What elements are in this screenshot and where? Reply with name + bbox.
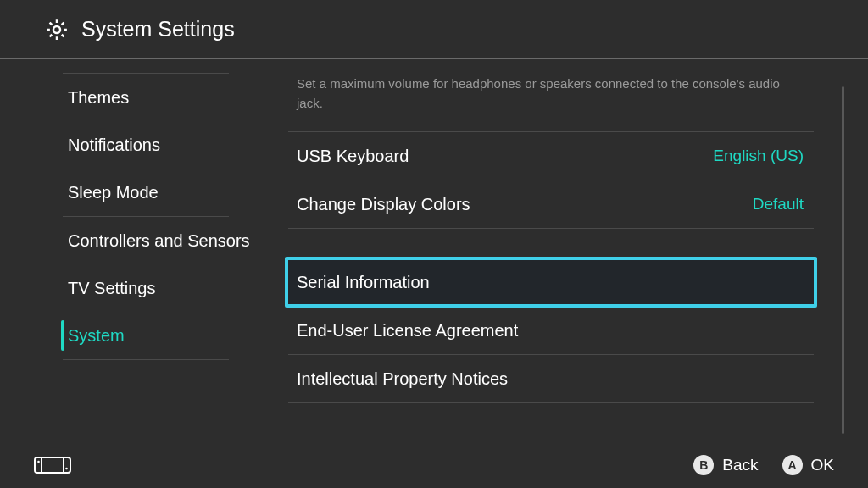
svg-rect-2 [42, 458, 64, 473]
divider [63, 359, 229, 360]
sidebar-item-label: Themes [68, 88, 129, 108]
hint-back[interactable]: B Back [693, 455, 758, 475]
sidebar-item-label: Controllers and Sensors [68, 231, 250, 251]
scrollbar[interactable] [842, 86, 844, 434]
row-serial-information[interactable]: Serial Information [285, 257, 817, 308]
b-button-icon: B [693, 455, 714, 475]
sidebar-item-label: Sleep Mode [68, 183, 159, 202]
sidebar-item-tv-settings[interactable]: TV Settings [0, 264, 280, 312]
footer-left [34, 457, 71, 474]
sidebar-item-themes[interactable]: Themes [0, 74, 280, 121]
sidebar-item-sleep-mode[interactable]: Sleep Mode [0, 169, 280, 216]
sidebar-item-label: System [68, 326, 125, 346]
divider [288, 402, 814, 403]
footer: B Back A OK [0, 441, 868, 488]
page-title: System Settings [81, 17, 235, 42]
row-label: USB Keyboard [297, 147, 409, 166]
header: System Settings [0, 0, 868, 59]
setting-description: Set a maximum volume for headphones or s… [288, 75, 788, 113]
row-value: Default [753, 195, 804, 214]
controller-icon[interactable] [34, 457, 71, 474]
row-value: English (US) [713, 147, 804, 165]
sidebar-item-label: TV Settings [68, 279, 155, 298]
sidebar-item-controllers[interactable]: Controllers and Sensors [0, 217, 280, 264]
hint-ok[interactable]: A OK [782, 455, 834, 475]
row-label: Intellectual Property Notices [297, 369, 508, 389]
gear-icon [44, 17, 70, 42]
row-label: Change Display Colors [297, 195, 470, 214]
row-usb-keyboard[interactable]: USB Keyboard English (US) [288, 132, 814, 180]
row-label: Serial Information [297, 273, 430, 292]
row-ip-notices[interactable]: Intellectual Property Notices [288, 355, 814, 402]
svg-rect-1 [35, 458, 70, 473]
body: Themes Notifications Sleep Mode Controll… [0, 59, 868, 441]
sidebar-item-system[interactable]: System [0, 312, 280, 359]
hint-label: OK [811, 456, 834, 474]
footer-right: B Back A OK [693, 455, 834, 475]
svg-point-0 [53, 26, 60, 33]
row-label: End-User License Agreement [297, 321, 518, 341]
row-change-display-colors[interactable]: Change Display Colors Default [288, 180, 814, 228]
svg-point-4 [65, 467, 68, 469]
sidebar-item-notifications[interactable]: Notifications [0, 121, 280, 169]
a-button-icon: A [782, 455, 803, 475]
main-panel: Set a maximum volume for headphones or s… [280, 59, 868, 441]
svg-point-3 [37, 460, 40, 463]
sidebar: Themes Notifications Sleep Mode Controll… [0, 59, 280, 441]
sidebar-item-label: Notifications [68, 136, 160, 155]
hint-label: Back [722, 456, 758, 474]
settings-screen: System Settings Themes Notifications Sle… [0, 0, 868, 488]
row-eula[interactable]: End-User License Agreement [288, 307, 814, 354]
